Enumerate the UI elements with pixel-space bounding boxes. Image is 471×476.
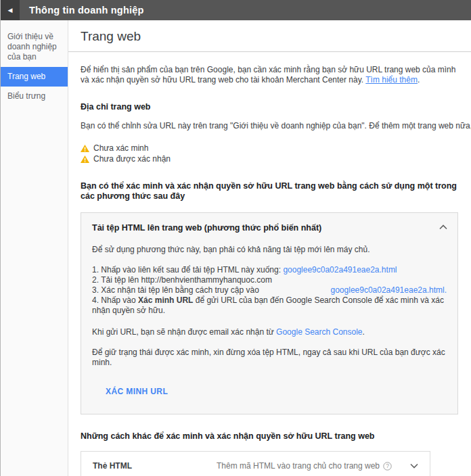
accordion-html-tag[interactable]: Thẻ HTML Thêm mã HTML vào trang chủ cho … <box>81 451 430 476</box>
intro-paragraph: Để hiển thị sản phẩm của bạn trên Google… <box>81 65 458 85</box>
step-text: 1. Nhấp vào liên kết sau để tải tệp HTML… <box>92 265 283 275</box>
sidebar-item-website[interactable]: Trang web <box>1 67 68 87</box>
learn-more-link[interactable]: Tìm hiểu thêm <box>365 75 418 85</box>
chevron-up-icon <box>439 224 447 230</box>
sidebar-item-about-business[interactable]: Giới thiệu về doanh nghiệp của bạn <box>1 27 68 67</box>
methods-heading: Bạn có thể xác minh và xác nhận quyền sở… <box>81 181 458 201</box>
address-heading: Địa chỉ trang web <box>81 102 458 112</box>
warning-icon <box>81 145 89 152</box>
step-text: 3. Xác nhận tải tệp lên bằng cách truy c… <box>92 285 259 295</box>
step-bold-text: Xác minh URL <box>138 295 193 305</box>
step-download-file: 1. Nhấp vào liên kết sau để tải tệp HTML… <box>92 265 447 275</box>
step-upload-file: 2. Tải tệp lên http://benhvienthammyhanq… <box>92 275 447 285</box>
panel-title: Tải tệp HTML lên trang web (phương thức … <box>92 223 447 233</box>
merchant-center-business-info-page: ◀ Thông tin doanh nghiệp Giới thiệu về d… <box>1 0 471 476</box>
collapse-panel-button[interactable] <box>439 222 447 233</box>
status-row-not-claimed: Chưa được xác nhận <box>81 153 458 164</box>
status-label: Chưa xác minh <box>93 143 148 153</box>
verification-steps: 1. Nhấp vào liên kết sau để tải tệp HTML… <box>92 265 447 316</box>
download-html-file-link[interactable]: googlee9c0a02a491eae2a.html <box>283 265 397 275</box>
svg-text:?: ? <box>386 462 389 469</box>
accordion-label: Thẻ HTML <box>93 461 217 471</box>
page-title: Trang web <box>81 29 457 44</box>
email-note-text: Khi gửi URL, bạn sẽ nhận được email xác … <box>92 327 276 337</box>
sidebar: Giới thiệu về doanh nghiệp của bạn Trang… <box>1 20 68 476</box>
help-icon[interactable]: ? <box>383 462 392 471</box>
step-text: 2. Tải tệp lên http://benhvienthammyhanq… <box>92 275 272 285</box>
accordion-description: Thêm mã HTML vào trang chủ cho trang web… <box>217 461 403 471</box>
main-content: Trang web Để hiển thị sản phẩm của bạn t… <box>68 20 471 476</box>
step-click-verify: 4. Nhấp vào Xác minh URL để gửi URL của … <box>92 295 447 316</box>
back-button[interactable]: ◀ <box>1 0 20 20</box>
panel-intro: Để sử dụng phương thức này, bạn phải có … <box>92 245 447 255</box>
keep-file-note: Để giữ trạng thái được xác minh, xin đừn… <box>92 348 447 368</box>
expand-button[interactable] <box>410 463 418 469</box>
accordion-description-text: Thêm mã HTML vào trang chủ cho trang web <box>217 461 380 471</box>
chevron-down-icon <box>410 463 418 469</box>
verify-url-button[interactable]: XÁC MINH URL <box>100 383 173 400</box>
status-row-not-verified: Chưa xác minh <box>81 143 458 153</box>
header-bar: ◀ Thông tin doanh nghiệp <box>1 0 471 20</box>
sidebar-item-logo[interactable]: Biểu trưng <box>1 87 68 106</box>
address-text: Bạn có thể chỉnh sửa URL này trên trang … <box>81 121 471 130</box>
warning-icon <box>81 156 89 163</box>
email-note: Khi gửi URL, bạn sẽ nhận được email xác … <box>92 327 447 337</box>
status-list: Chưa xác minh Chưa được xác nhận <box>81 143 458 164</box>
status-label: Chưa được xác nhận <box>93 154 171 164</box>
html-upload-method-panel: Tải tệp HTML lên trang web (phương thức … <box>81 212 458 414</box>
uploaded-file-link[interactable]: googlee9c0a02a491eae2a.html. <box>331 285 447 295</box>
other-methods-list: Thẻ HTML Thêm mã HTML vào trang chủ cho … <box>81 451 430 476</box>
page-header-title: Thông tin doanh nghiệp <box>20 0 144 20</box>
search-console-link[interactable]: Google Search Console <box>276 327 362 337</box>
step-confirm-upload: 3. Xác nhận tải tệp lên bằng cách truy c… <box>92 285 447 295</box>
intro-suffix: . <box>418 75 420 85</box>
address-line: Bạn có thể chỉnh sửa URL này trên trang … <box>81 121 458 131</box>
back-arrow-icon: ◀ <box>8 7 13 14</box>
email-note-suffix: . <box>363 327 365 337</box>
step-text: 4. Nhấp vào <box>92 295 138 305</box>
other-methods-heading: Những cách khác để xác minh và xác nhận … <box>81 431 458 442</box>
